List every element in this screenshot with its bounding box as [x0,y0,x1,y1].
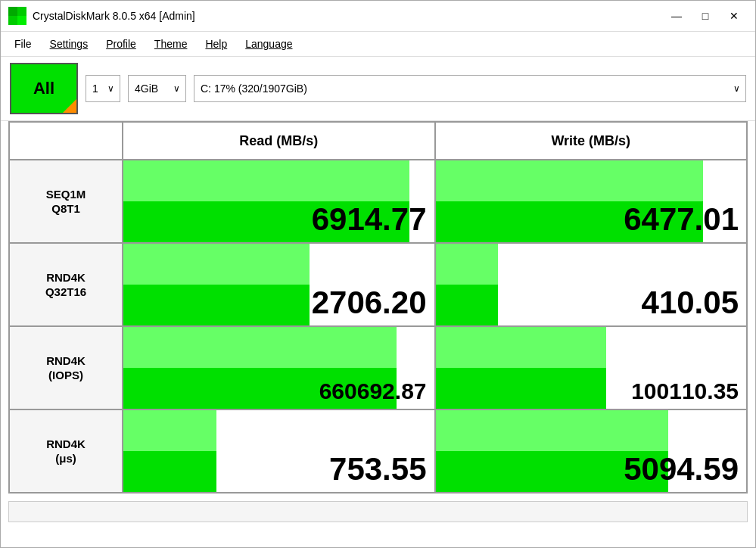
col-header-write: Write (MB/s) [436,123,748,160]
menu-bar: File Settings Profile Theme Help Languag… [1,32,755,57]
row-label-rnd4k-q32: RND4KQ32T16 [10,244,123,327]
main-content: Read (MB/s) Write (MB/s) SEQ1MQ8T1 6914.… [1,121,755,547]
minimize-button[interactable]: — [663,5,690,26]
close-button[interactable]: ✕ [720,5,748,26]
result-rnd4k-iops-read: 660692.87 [123,327,436,410]
menu-file[interactable]: File [7,35,39,53]
bar-lighter [123,410,216,451]
col-header-read: Read (MB/s) [123,123,436,160]
row-label-seq1m: SEQ1MQ8T1 [10,160,123,244]
value-rnd4k-us-read: 753.55 [329,451,434,492]
bar-lighter [436,160,703,201]
all-button[interactable]: All [10,63,78,114]
value-rnd4k-q32-write: 410.05 [642,285,746,325]
title-bar-left: CrystalDiskMark 8.0.5 x64 [Admin] [8,7,195,25]
menu-settings[interactable]: Settings [42,35,96,53]
result-seq1m-write: 6477.01 [436,160,748,244]
svg-rect-1 [8,7,17,16]
value-rnd4k-iops-read: 660692.87 [319,378,434,409]
result-rnd4k-us-write: 5094.59 [436,410,748,494]
value-rnd4k-iops-write: 100110.35 [631,378,746,409]
drive-select-wrapper: C: 17% (320/1907GiB) [194,75,746,102]
result-rnd4k-us-read: 753.55 [123,410,436,494]
value-seq1m-read: 6914.77 [312,201,434,242]
value-rnd4k-us-write: 5094.59 [624,451,746,492]
bar-lighter [436,410,669,451]
svg-rect-3 [8,16,17,25]
value-rnd4k-q32-read: 2706.20 [312,285,434,325]
value-seq1m-write: 6477.01 [624,201,746,242]
title-bar: CrystalDiskMark 8.0.5 x64 [Admin] — □ ✕ [1,1,755,32]
menu-profile[interactable]: Profile [98,35,144,53]
result-rnd4k-iops-write: 100110.35 [436,327,748,410]
menu-help[interactable]: Help [198,35,235,53]
count-select-wrapper: 1 3 5 9 [86,75,120,102]
size-select-wrapper: 1GiB 2GiB 4GiB 8GiB 16GiB [128,75,186,102]
bar-lighter [436,327,607,368]
maximize-button[interactable]: □ [692,5,719,26]
bar-lighter [123,244,310,285]
title-bar-buttons: — □ ✕ [663,5,748,26]
bar-lighter [436,244,498,285]
status-bar [8,501,748,522]
result-rnd4k-q32-write: 410.05 [436,244,748,327]
window-title: CrystalDiskMark 8.0.5 x64 [Admin] [33,10,195,22]
menu-theme[interactable]: Theme [147,35,195,53]
size-select[interactable]: 1GiB 2GiB 4GiB 8GiB 16GiB [128,75,186,102]
result-seq1m-read: 6914.77 [123,160,436,244]
bar-lighter [123,327,397,368]
app-icon [8,7,26,25]
count-select[interactable]: 1 3 5 9 [86,75,120,102]
results-grid: Read (MB/s) Write (MB/s) SEQ1MQ8T1 6914.… [8,121,748,494]
bar-lighter [123,160,409,201]
svg-rect-4 [17,16,26,25]
menu-language[interactable]: Language [238,35,300,53]
row-label-rnd4k-us: RND4K(μs) [10,410,123,494]
main-window: CrystalDiskMark 8.0.5 x64 [Admin] — □ ✕ … [0,0,756,548]
toolbar: All 1 3 5 9 1GiB 2GiB 4GiB 8GiB 16GiB C:… [1,57,755,121]
drive-select[interactable]: C: 17% (320/1907GiB) [194,75,746,102]
svg-rect-2 [17,7,26,16]
result-rnd4k-q32-read: 2706.20 [123,244,436,327]
header-empty-cell [10,123,123,160]
row-label-rnd4k-iops: RND4K(IOPS) [10,327,123,410]
